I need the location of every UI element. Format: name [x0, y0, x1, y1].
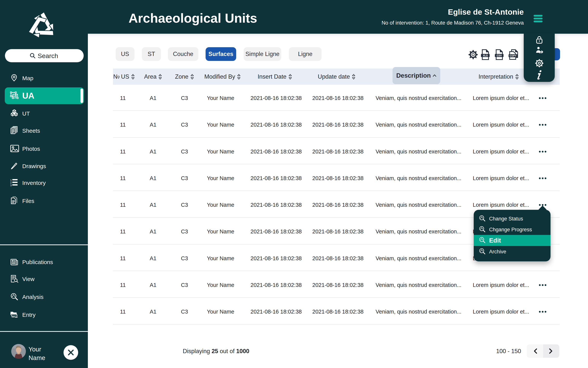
svg-text:CSV: CSV: [497, 54, 502, 57]
svg-text:3: 3: [10, 184, 12, 187]
svg-text:XLS: XLS: [483, 54, 488, 57]
svg-text:COPY: COPY: [510, 55, 517, 57]
svg-text:NEWS: NEWS: [12, 259, 15, 260]
